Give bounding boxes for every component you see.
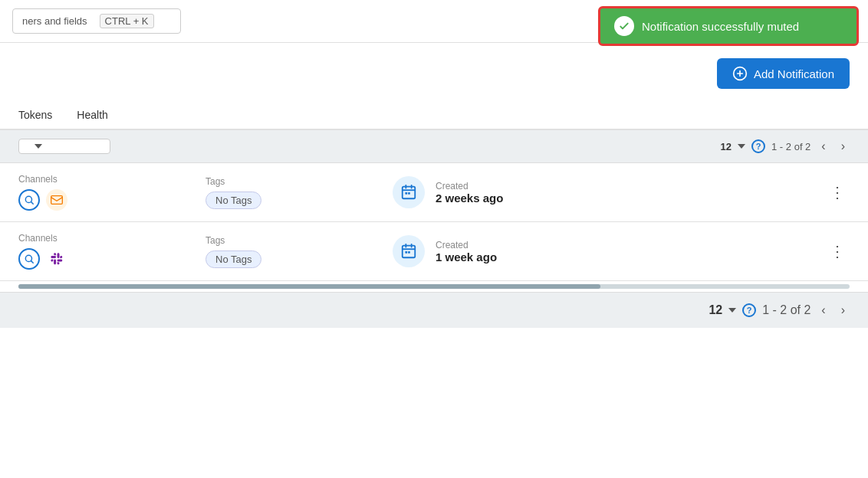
page-info: 1 - 2 of 2 <box>771 141 810 152</box>
col-channels-1: Channels <box>18 174 187 211</box>
channel-slack-icon-2 <box>46 248 67 270</box>
svg-rect-8 <box>405 251 407 254</box>
tag-badge-2: No Tags <box>205 250 261 268</box>
svg-rect-4 <box>405 192 407 195</box>
add-notification-button[interactable]: Add Notification <box>717 58 850 89</box>
col-created-2: Created 1 week ago <box>393 235 801 267</box>
channels-label-1: Channels <box>18 174 187 185</box>
created-label-2: Created <box>436 240 497 250</box>
main-content: Add Notification Tokens Health 12 ? 1 - … <box>0 43 868 478</box>
calendar-icon-1 <box>393 176 425 208</box>
prev-page-button-bottom[interactable]: ‹ <box>817 302 830 319</box>
toast-check-icon <box>614 16 634 36</box>
filter-dropdown[interactable] <box>18 139 110 154</box>
add-icon <box>732 66 748 81</box>
page-size: 12 <box>721 141 732 152</box>
page-info-bottom: 1 - 2 of 2 <box>762 303 810 317</box>
col-tags-1: Tags No Tags <box>205 176 374 209</box>
created-value-2: 1 week ago <box>436 250 497 264</box>
page-size-arrow-icon <box>738 144 745 149</box>
svg-rect-9 <box>408 251 410 254</box>
tab-health[interactable]: Health <box>77 101 107 130</box>
top-bar: ners and fields CTRL + K Notification su… <box>0 0 868 43</box>
table-area: Channels Tags No Tags <box>0 163 868 281</box>
svg-rect-5 <box>408 192 410 195</box>
dropdown-arrow-icon <box>35 144 42 149</box>
col-channels-2: Channels <box>18 233 187 270</box>
table-row: Channels Tags No Tags <box>0 163 868 222</box>
channels-icons-1 <box>18 189 187 211</box>
channel-search-icon-2 <box>18 248 40 270</box>
table-toolbar-top: 12 ? 1 - 2 of 2 ‹ › <box>0 130 868 163</box>
scroll-track[interactable] <box>18 284 850 289</box>
help-icon-bottom[interactable]: ? <box>742 303 756 317</box>
page-size-arrow-bottom-icon <box>728 308 736 313</box>
channels-icons-2 <box>18 248 187 270</box>
tabs-bar: Tokens Health <box>0 101 868 130</box>
page-size-bottom: 12 <box>709 303 722 317</box>
more-actions-button-2[interactable]: ⋮ <box>825 242 850 260</box>
svg-rect-2 <box>51 196 63 205</box>
created-text-group-2: Created 1 week ago <box>436 240 497 264</box>
channels-label-2: Channels <box>18 233 187 244</box>
scroll-area <box>0 281 868 292</box>
col-tags-2: Tags No Tags <box>205 235 374 268</box>
prev-page-button[interactable]: ‹ <box>817 138 830 155</box>
calendar-icon-2 <box>393 235 425 267</box>
created-text-group-1: Created 2 weeks ago <box>436 181 503 205</box>
pagination-bottom: 12 ? 1 - 2 of 2 ‹ › <box>0 292 868 328</box>
tags-label-2: Tags <box>205 235 374 246</box>
created-value-1: 2 weeks ago <box>436 192 503 205</box>
pagination-top: 12 ? 1 - 2 of 2 ‹ › <box>721 138 850 155</box>
toast-notification: Notification successfully muted <box>598 6 859 46</box>
next-page-button[interactable]: › <box>837 138 850 155</box>
channel-email-icon-1 <box>46 189 67 211</box>
help-icon[interactable]: ? <box>751 139 765 153</box>
channel-search-icon-1 <box>18 189 40 211</box>
scroll-thumb <box>18 284 600 289</box>
tag-badge-1: No Tags <box>205 192 261 209</box>
tags-value-2: No Tags <box>205 250 374 268</box>
tags-label-1: Tags <box>205 176 374 187</box>
action-bar: Add Notification <box>0 43 868 101</box>
shortcut-badge: CTRL + K <box>100 14 154 28</box>
col-actions-1: ⋮ <box>819 183 850 201</box>
col-actions-2: ⋮ <box>819 242 850 260</box>
next-page-button-bottom[interactable]: › <box>837 302 850 319</box>
tab-tokens[interactable]: Tokens <box>18 101 52 130</box>
created-label-1: Created <box>436 181 503 192</box>
more-actions-button-1[interactable]: ⋮ <box>825 183 850 201</box>
toast-message: Notification successfully muted <box>642 20 799 33</box>
tags-value-1: No Tags <box>205 192 374 209</box>
search-text: ners and fields <box>22 15 87 27</box>
table-row: Channels Tags No Tags <box>0 222 868 281</box>
search-box[interactable]: ners and fields CTRL + K <box>12 8 181 34</box>
col-created-1: Created 2 weeks ago <box>393 176 801 208</box>
